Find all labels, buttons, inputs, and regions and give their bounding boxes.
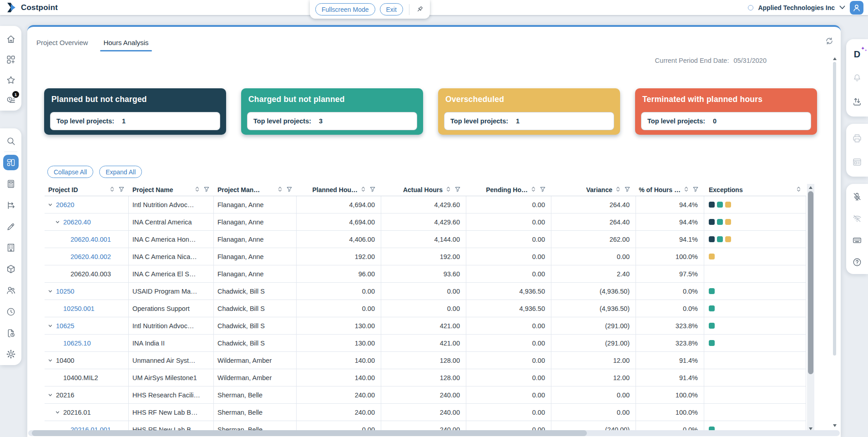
- sidebar-item-bell[interactable]: [846, 66, 868, 90]
- exit-button[interactable]: Exit: [380, 3, 403, 15]
- project-id-link[interactable]: 20620.40.001: [71, 236, 111, 243]
- row-expand-chevron-icon[interactable]: [48, 324, 55, 328]
- horizontal-scrollbar-thumb[interactable]: [32, 430, 587, 436]
- sidebar-item-file-clock[interactable]: [0, 322, 21, 344]
- column-header-project-id[interactable]: Project ID: [45, 184, 129, 196]
- avatar[interactable]: [850, 1, 863, 15]
- sidebar-item-people[interactable]: [0, 280, 21, 301]
- table-scrollbar-thumb[interactable]: [808, 191, 813, 374]
- filter-icon[interactable]: [119, 186, 124, 193]
- sidebar-item-browser-window[interactable]: [846, 150, 868, 174]
- sidebar-item-star[interactable]: [0, 70, 21, 91]
- filter-icon[interactable]: [693, 186, 698, 193]
- sidebar-item-home[interactable]: [0, 29, 21, 50]
- sidebar-item-gear[interactable]: [0, 344, 21, 365]
- sort-icon[interactable]: [195, 186, 199, 193]
- table-row[interactable]: 20620.40.002INA C America Nica…Flanagan,…: [45, 248, 806, 265]
- filter-icon[interactable]: [370, 186, 375, 193]
- column-header-of-hours[interactable]: % of Hours …: [636, 184, 704, 196]
- sidebar-item-printer[interactable]: [846, 127, 868, 150]
- table-row[interactable]: 10250.001Operations SupportChadwick, Bil…: [45, 300, 806, 317]
- column-header-planned-hou[interactable]: Planned Hou…: [297, 184, 381, 196]
- tab-project-overview[interactable]: Project Overview: [36, 39, 88, 51]
- project-id-cell: 10400.MIL2: [45, 369, 129, 386]
- sidebar-item-dashboard[interactable]: [0, 152, 21, 173]
- row-expand-chevron-icon[interactable]: [48, 358, 55, 363]
- filter-icon[interactable]: [287, 186, 292, 193]
- row-expand-chevron-icon[interactable]: [48, 289, 55, 294]
- chevron-down-icon[interactable]: [839, 5, 845, 10]
- expand-all-button[interactable]: Expand All: [99, 166, 142, 178]
- building-icon: [3, 240, 19, 255]
- table-row[interactable]: 20620.40.003INA C America El S…Flanagan,…: [45, 265, 806, 283]
- sort-icon[interactable]: [684, 186, 688, 193]
- sidebar-item-mic-off[interactable]: [846, 186, 868, 208]
- table-row[interactable]: 20620.40.001INA C America Hon…Flanagan, …: [45, 231, 806, 248]
- table-row[interactable]: 10400.MIL2UM AirSys Milestone1Wilderman,…: [45, 369, 806, 386]
- sidebar-item-building[interactable]: [0, 237, 21, 259]
- sidebar-item-keyboard[interactable]: [846, 229, 868, 251]
- sort-icon[interactable]: [616, 186, 620, 193]
- sort-icon[interactable]: [278, 186, 282, 193]
- project-id-link[interactable]: 20620.40.002: [71, 253, 111, 260]
- column-header-pending-ho[interactable]: Pending Ho…: [466, 184, 551, 196]
- sort-icon[interactable]: [531, 186, 535, 193]
- project-id-link[interactable]: 20620: [56, 201, 74, 208]
- project-id-link[interactable]: 10625.10: [63, 340, 91, 347]
- collapse-all-button[interactable]: Collapse All: [47, 166, 93, 178]
- tab-hours-analysis[interactable]: Hours Analysis: [103, 39, 148, 51]
- column-header-actual-hours[interactable]: Actual Hours: [381, 184, 466, 196]
- sort-icon[interactable]: [361, 186, 365, 193]
- sidebar-item-search[interactable]: [0, 131, 21, 152]
- project-id-link[interactable]: 10250.001: [63, 305, 95, 312]
- sidebar-item-import-export[interactable]: [846, 90, 868, 113]
- panel-scroll-down-arrow-icon[interactable]: [833, 424, 837, 427]
- sidebar-item-clock[interactable]: [0, 301, 21, 322]
- sidebar-item-help[interactable]: [846, 251, 868, 273]
- table-row[interactable]: 20620.40INA Central AmericaFlanagan, Ann…: [45, 213, 806, 231]
- column-header-project-man[interactable]: Project Man…: [214, 184, 297, 196]
- panel-scroll-up-arrow-icon[interactable]: [833, 57, 837, 60]
- company-selector[interactable]: Applied Technologies Inc: [758, 4, 835, 11]
- sidebar-item-calculator[interactable]: [0, 173, 21, 195]
- row-expand-chevron-icon[interactable]: [48, 393, 55, 397]
- project-id-link[interactable]: 10625: [56, 322, 74, 330]
- horizontal-scrollbar[interactable]: [28, 430, 840, 436]
- table-row[interactable]: 20216HHS Research Facili…Sherman, Belle2…: [45, 386, 806, 404]
- sort-icon[interactable]: [797, 186, 801, 193]
- column-header-exceptions[interactable]: Exceptions: [704, 184, 806, 196]
- row-expand-chevron-icon[interactable]: [48, 203, 55, 207]
- column-header-variance[interactable]: Variance: [551, 184, 636, 196]
- table-row[interactable]: 10400Unmanned Air Syst…Wilderman, Amber1…: [45, 352, 806, 369]
- filter-icon[interactable]: [540, 186, 545, 193]
- project-id-link[interactable]: 20620.40: [63, 218, 91, 226]
- sidebar-item-wifi-off[interactable]: [846, 208, 868, 229]
- refresh-icon[interactable]: [824, 36, 834, 46]
- table-row[interactable]: 10250USAID Program Ma…Chadwick, Bill S0.…: [45, 283, 806, 300]
- panel-scrollbar[interactable]: [832, 55, 838, 429]
- sidebar-item-pen[interactable]: [0, 216, 21, 237]
- table-row[interactable]: 10625Intl Nutrition Advoc…Chadwick, Bill…: [45, 317, 806, 335]
- project-id-link[interactable]: 10250: [56, 288, 74, 295]
- column-header-project-name[interactable]: Project Name: [129, 184, 214, 196]
- sort-icon[interactable]: [446, 186, 450, 193]
- sidebar-item-workflow[interactable]: [0, 194, 21, 216]
- sidebar-item-cube[interactable]: [0, 259, 21, 280]
- row-expand-chevron-icon[interactable]: [55, 220, 62, 224]
- sidebar-item-apps-add[interactable]: [0, 50, 21, 70]
- row-expand-chevron-icon[interactable]: [55, 410, 62, 415]
- filter-icon[interactable]: [625, 186, 630, 193]
- table-row[interactable]: 20620Intl Nutrition Advoc…Flanagan, Anne…: [45, 196, 806, 213]
- sort-icon[interactable]: [110, 186, 114, 193]
- filter-icon[interactable]: [204, 186, 209, 193]
- filter-icon[interactable]: [455, 186, 460, 193]
- table-row[interactable]: 10625.10INA India IIChadwick, Bill S130.…: [45, 335, 806, 352]
- scroll-up-arrow-icon[interactable]: [809, 186, 812, 189]
- pin-icon[interactable]: [415, 5, 424, 14]
- table-row[interactable]: 20216.01HHS RF New Lab B…Sherman, Belle2…: [45, 404, 806, 421]
- sidebar-item-history[interactable]: 1: [0, 90, 21, 111]
- table-scrollbar[interactable]: [807, 184, 814, 432]
- fullscreen-mode-button[interactable]: Fullscreen Mode: [315, 3, 375, 15]
- panel-scrollbar-thumb[interactable]: [833, 62, 836, 356]
- sidebar-item-dela-assistant[interactable]: D✦✦: [846, 42, 868, 66]
